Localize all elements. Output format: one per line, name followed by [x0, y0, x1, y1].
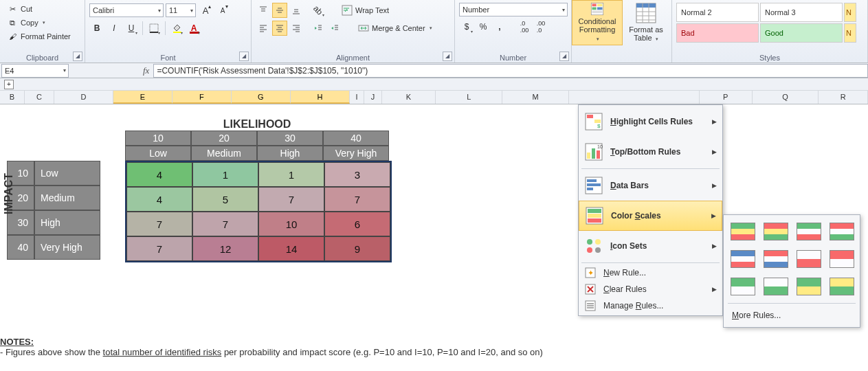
cf-top-bottom[interactable]: 10 Top/Bottom Rules ▶ [579, 137, 722, 167]
cf-manage-rules[interactable]: Manage Rules... [579, 297, 722, 314]
formula-input[interactable]: =COUNTIF('Risk Assessment Data'!$J$2:$J$… [153, 64, 868, 78]
matrix-cell[interactable]: 12 [192, 236, 258, 261]
cf-color-scales[interactable]: Color Scales ▶ [579, 201, 722, 231]
decrease-decimal-button[interactable]: .00.0 [533, 19, 548, 34]
orientation-button[interactable]: ab▾ [311, 3, 326, 18]
decrease-indent-button[interactable] [311, 21, 326, 36]
copy-button[interactable]: ⧉ Copy ▾ [5, 16, 72, 29]
cf-data-bars[interactable]: Data Bars ▶ [579, 170, 722, 201]
color-scale-preset-0[interactable] [728, 219, 758, 244]
color-scales-more-rules[interactable]: More Rules... [728, 308, 856, 323]
column-header-K[interactable]: K [382, 91, 436, 104]
matrix-cell[interactable]: 6 [324, 212, 390, 236]
bold-button[interactable]: B [89, 21, 104, 36]
color-scale-preset-9[interactable] [761, 274, 791, 299]
cf-clear-rules[interactable]: Clear Rules ▶ [579, 281, 722, 297]
cf-icon-sets[interactable]: Icon Sets ▶ [579, 231, 722, 261]
column-header-blank[interactable] [569, 91, 700, 104]
percent-button[interactable]: % [476, 19, 491, 34]
fill-color-button[interactable]: ▾ [169, 21, 184, 36]
column-header-B[interactable]: B [0, 91, 25, 104]
matrix-cell[interactable]: 7 [192, 212, 258, 236]
align-bottom-button[interactable] [289, 3, 304, 18]
align-middle-button[interactable] [272, 3, 287, 18]
matrix-cell[interactable]: 10 [258, 212, 324, 236]
italic-button[interactable]: I [107, 21, 122, 36]
wrap-text-button[interactable]: Wrap Text [337, 3, 394, 18]
color-scale-preset-6[interactable] [794, 247, 824, 271]
matrix-cell[interactable]: 3 [324, 162, 390, 187]
fx-label[interactable]: fx [139, 65, 153, 76]
column-header-H[interactable]: H [291, 91, 350, 104]
matrix-cell[interactable]: 5 [192, 187, 258, 212]
font-name-combo[interactable]: Calibri [89, 3, 164, 17]
cf-highlight-cells[interactable]: $ Highlight Cells Rules ▶ [579, 106, 722, 137]
name-box[interactable]: E4 [1, 64, 69, 78]
outline-expand-button[interactable]: + [4, 80, 14, 89]
font-dialog-launcher[interactable]: ◢ [239, 52, 249, 61]
style-good[interactable]: Good [760, 23, 843, 43]
color-scale-preset-10[interactable] [794, 274, 824, 299]
column-header-Q[interactable]: Q [753, 91, 819, 104]
matrix-cell[interactable]: 7 [126, 212, 192, 236]
column-header-F[interactable]: F [173, 91, 232, 104]
align-right-button[interactable] [289, 21, 304, 36]
column-header-C[interactable]: C [25, 91, 54, 104]
matrix-cell[interactable]: 7 [126, 236, 192, 261]
style-bad[interactable]: Bad [676, 23, 759, 43]
underline-button[interactable]: U▾ [124, 21, 139, 36]
color-scale-preset-7[interactable] [827, 247, 857, 271]
shrink-font-button[interactable]: A▾ [215, 3, 230, 18]
matrix-cell[interactable]: 4 [126, 187, 192, 212]
comma-button[interactable]: , [492, 19, 507, 34]
color-scale-preset-5[interactable] [761, 247, 791, 271]
column-header-I[interactable]: I [350, 91, 365, 104]
borders-button[interactable]: ▾ [146, 21, 162, 36]
style-normal2[interactable]: Normal 2 [676, 3, 759, 22]
matrix-cell[interactable]: 7 [258, 187, 324, 212]
color-scale-preset-4[interactable] [728, 247, 758, 271]
font-size-combo[interactable]: 11 [166, 3, 196, 17]
style-normal3[interactable]: Normal 3 [760, 3, 843, 22]
number-format-combo[interactable]: Number [459, 3, 568, 16]
font-color-button[interactable]: A ▾ [186, 21, 201, 36]
column-header-R[interactable]: R [819, 91, 868, 104]
worksheet[interactable]: LIKELIHOOD IMPACT 10203040 LowMediumHigh… [0, 104, 868, 366]
column-header-M[interactable]: M [502, 91, 569, 104]
increase-decimal-button[interactable]: .0.00 [517, 19, 532, 34]
merge-center-button[interactable]: Merge & Center ▾ [353, 21, 437, 36]
conditional-formatting-button[interactable]: Conditional Formatting ▾ [572, 0, 623, 45]
cut-button[interactable]: ✂ Cut [5, 3, 72, 15]
format-painter-button[interactable]: 🖌 Format Painter [5, 30, 72, 43]
column-header-L[interactable]: L [436, 91, 502, 104]
matrix-cell[interactable]: 7 [324, 187, 390, 212]
increase-indent-button[interactable] [327, 21, 342, 36]
grow-font-button[interactable]: A▴ [198, 3, 213, 18]
matrix-cell[interactable]: 1 [258, 162, 324, 187]
accounting-format-button[interactable]: $▾ [459, 19, 474, 34]
color-scale-preset-3[interactable] [827, 219, 857, 244]
color-scale-preset-2[interactable] [794, 219, 824, 244]
color-scale-preset-11[interactable] [827, 274, 857, 299]
align-left-button[interactable] [256, 21, 271, 36]
column-header-J[interactable]: J [364, 91, 381, 104]
format-as-table-button[interactable]: Format as Table ▾ [623, 0, 669, 45]
style-partial2[interactable]: N [844, 23, 856, 43]
matrix-cell[interactable]: 9 [324, 236, 390, 261]
column-header-G[interactable]: G [232, 91, 291, 104]
alignment-dialog-launcher[interactable]: ◢ [443, 52, 452, 61]
cf-new-rule[interactable]: ✦ New Rule... [579, 265, 722, 281]
align-center-button[interactable] [272, 21, 287, 36]
number-dialog-launcher[interactable]: ◢ [559, 52, 569, 61]
matrix-cell[interactable]: 14 [258, 236, 324, 261]
matrix-cell[interactable]: 1 [192, 162, 258, 187]
color-scale-preset-1[interactable] [761, 219, 791, 244]
align-top-button[interactable] [256, 3, 271, 18]
column-header-E[interactable]: E [113, 91, 173, 104]
column-header-D[interactable]: D [54, 91, 113, 104]
column-header-P[interactable]: P [700, 91, 753, 104]
style-neutral-partial[interactable]: N [844, 3, 856, 22]
clipboard-dialog-launcher[interactable]: ◢ [73, 52, 82, 61]
matrix-cell[interactable]: 4 [126, 162, 192, 187]
color-scale-preset-8[interactable] [728, 274, 758, 299]
